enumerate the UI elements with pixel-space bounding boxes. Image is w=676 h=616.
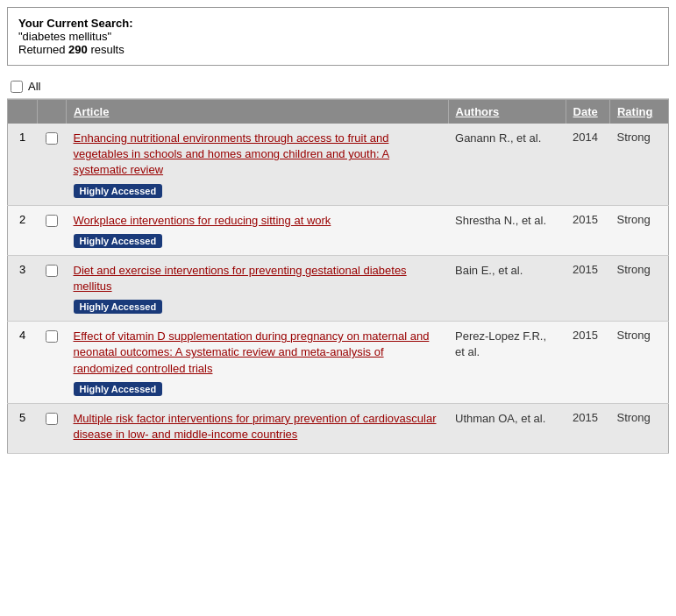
row-checkbox[interactable] xyxy=(46,265,58,277)
row-authors: Shrestha N., et al. xyxy=(448,205,566,255)
row-rating: Strong xyxy=(609,322,668,404)
row-checkbox[interactable] xyxy=(46,215,58,227)
row-number: 1 xyxy=(8,124,38,205)
row-checkbox-cell xyxy=(37,255,67,321)
article-link[interactable]: Effect of vitamin D supplementation duri… xyxy=(74,329,442,377)
article-link[interactable]: Diet and exercise interventions for prev… xyxy=(74,263,442,294)
th-rating: Rating xyxy=(609,100,668,124)
all-row: All xyxy=(7,74,669,99)
row-article: Multiple risk factor interventions for p… xyxy=(67,403,449,453)
row-rating: Strong xyxy=(609,124,668,205)
th-article-label[interactable]: Article xyxy=(74,105,109,118)
row-checkbox-cell xyxy=(37,322,67,404)
row-checkbox-cell xyxy=(37,205,67,255)
row-checkbox[interactable] xyxy=(46,413,58,425)
table-row: 3Diet and exercise interventions for pre… xyxy=(8,255,669,321)
table-row: 5Multiple risk factor interventions for … xyxy=(8,403,669,453)
all-checkbox[interactable] xyxy=(11,81,23,93)
row-rating: Strong xyxy=(609,403,668,453)
th-num xyxy=(8,100,38,124)
row-number: 3 xyxy=(8,255,38,321)
row-authors: Perez-Lopez F.R., et al. xyxy=(448,322,566,404)
row-number: 4 xyxy=(8,322,38,404)
row-date: 2014 xyxy=(566,124,609,205)
row-rating: Strong xyxy=(609,255,668,321)
article-link[interactable]: Enhancing nutritional environments throu… xyxy=(74,131,442,179)
all-label: All xyxy=(28,80,40,93)
row-article: Workplace interventions for reducing sit… xyxy=(67,205,449,255)
search-box: Your Current Search: "diabetes mellitus"… xyxy=(7,7,669,66)
th-rating-label[interactable]: Rating xyxy=(617,105,652,118)
row-rating: Strong xyxy=(609,205,668,255)
th-date: Date xyxy=(566,100,609,124)
article-link[interactable]: Multiple risk factor interventions for p… xyxy=(74,411,442,443)
results-table: Article Authors Date Rating 1Enhancing n… xyxy=(7,99,669,454)
table-row: 4Effect of vitamin D supplementation dur… xyxy=(8,322,669,404)
row-date: 2015 xyxy=(566,255,609,321)
th-authors-label[interactable]: Authors xyxy=(456,105,500,118)
th-article: Article xyxy=(67,100,449,124)
row-date: 2015 xyxy=(566,205,609,255)
row-checkbox[interactable] xyxy=(46,132,58,145)
row-article: Diet and exercise interventions for prev… xyxy=(67,255,449,321)
highly-accessed-badge: Highly Accessed xyxy=(74,300,163,314)
row-number: 5 xyxy=(8,403,38,453)
row-article: Effect of vitamin D supplementation duri… xyxy=(67,322,449,404)
article-link[interactable]: Workplace interventions for reducing sit… xyxy=(74,213,442,229)
th-date-label[interactable]: Date xyxy=(573,105,598,118)
results-prefix: Returned xyxy=(18,43,68,56)
th-authors: Authors xyxy=(448,100,566,124)
table-row: 1Enhancing nutritional environments thro… xyxy=(8,124,669,205)
highly-accessed-badge: Highly Accessed xyxy=(74,234,163,248)
highly-accessed-badge: Highly Accessed xyxy=(74,382,163,396)
table-row: 2Workplace interventions for reducing si… xyxy=(8,205,669,255)
row-checkbox[interactable] xyxy=(46,330,58,343)
row-date: 2015 xyxy=(566,322,609,404)
row-date: 2015 xyxy=(566,403,609,453)
row-authors: Uthman OA, et al. xyxy=(448,403,566,453)
row-number: 2 xyxy=(8,205,38,255)
search-query: "diabetes mellitus" xyxy=(18,30,111,43)
results-count: 290 xyxy=(68,43,88,56)
row-authors: Bain E., et al. xyxy=(448,255,566,321)
search-label: Your Current Search: xyxy=(18,17,133,30)
th-check xyxy=(37,100,67,124)
row-checkbox-cell xyxy=(37,124,67,205)
results-suffix: results xyxy=(88,43,125,56)
row-article: Enhancing nutritional environments throu… xyxy=(67,124,449,205)
highly-accessed-badge: Highly Accessed xyxy=(74,184,163,198)
row-checkbox-cell xyxy=(37,403,67,453)
row-authors: Ganann R., et al. xyxy=(448,124,566,205)
